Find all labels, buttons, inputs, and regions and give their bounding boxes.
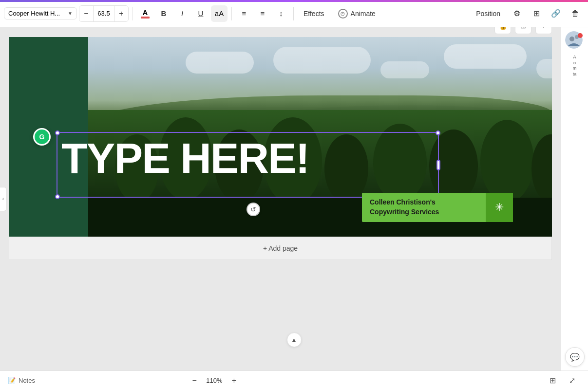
notification-dot (578, 33, 583, 38)
canvas-top-controls: 🔒 ⊞ + (494, 27, 552, 34)
text-element[interactable]: TYPE HERE! (57, 132, 439, 198)
rotate-handle[interactable]: ↺ (247, 203, 260, 216)
sidebar-bottom: 💬 (565, 347, 585, 367)
lock-button[interactable]: 🔒 (494, 27, 511, 34)
case-button[interactable]: aA (211, 5, 228, 22)
add-icon: + (542, 27, 546, 30)
toolbar-grid-button[interactable]: ⊞ (528, 5, 545, 22)
sidebar-text-preview: A o m ta (570, 53, 580, 79)
notes-button[interactable]: 📝 Notes (8, 377, 35, 384)
toolbar-link-button[interactable]: 🔗 (547, 5, 565, 22)
lock-icon: 🔒 (499, 27, 507, 30)
comment-icon: 💬 (570, 353, 580, 362)
headline-text[interactable]: TYPE HERE! (57, 132, 439, 180)
divider-2 (231, 7, 232, 20)
grid-view-button[interactable]: ⊞ (545, 373, 561, 389)
sidebar-logo-area (565, 31, 585, 51)
toolbar-delete-button[interactable]: 🗑 (567, 5, 584, 22)
design-canvas[interactable]: G TYPE HERE! ↺ (9, 37, 552, 237)
toolbar-right: Position ⚙ ⊞ 🔗 🗑 (470, 5, 584, 22)
grid-view-icon: ⊞ (550, 376, 556, 385)
right-sidebar: A o m ta 💬 (561, 27, 588, 371)
main-toolbar: Cooper Hewitt H... ▼ − + A B I U aA ≡ ≡ … (0, 0, 588, 27)
divider-1 (133, 7, 133, 20)
animate-icon: ◷ (338, 9, 348, 19)
bottom-bar: 📝 Notes − 110% + ⊞ ⤢ (0, 371, 588, 390)
cloud-4 (444, 44, 527, 69)
font-selector[interactable]: Cooper Hewitt H... ▼ (4, 7, 77, 19)
cloud-2 (273, 47, 371, 74)
text-color-letter-icon: A (143, 9, 148, 16)
chevron-up-icon: ▲ (291, 336, 297, 343)
spacing-icon: ↕ (279, 9, 283, 18)
bottom-right-controls: ⊞ ⤢ (545, 373, 580, 389)
increase-size-button[interactable]: + (114, 6, 128, 21)
svg-point-8 (480, 120, 534, 203)
align-button[interactable]: ≡ (236, 5, 252, 22)
cloud-5 (536, 59, 552, 78)
underline-button[interactable]: U (192, 5, 209, 22)
left-sidebar-chevron-icon: ‹ (2, 196, 4, 202)
font-name-label: Cooper Hewitt H... (8, 10, 65, 17)
canvas-wrapper: 🔒 ⊞ + (9, 37, 552, 260)
purple-top-bar (0, 0, 588, 2)
list-icon: ≡ (261, 9, 265, 18)
rotate-icon: ↺ (250, 205, 256, 213)
comment-button[interactable]: 💬 (565, 347, 585, 367)
add-element-button[interactable]: + (535, 27, 552, 34)
position-button[interactable]: Position (470, 7, 506, 20)
list-button[interactable]: ≡ (254, 5, 271, 22)
zoom-in-button[interactable]: + (226, 373, 242, 389)
grid-icon: ⊞ (533, 9, 540, 18)
zoom-out-icon: − (192, 376, 197, 385)
frame-button[interactable]: ⊞ (515, 27, 531, 34)
zoom-level-label: 110% (206, 377, 222, 384)
cloud-3 (380, 61, 429, 78)
decrease-size-button[interactable]: − (79, 6, 93, 21)
italic-button[interactable]: I (174, 5, 190, 22)
spacing-button[interactable]: ↕ (273, 5, 289, 22)
business-card-text: Colleen Christison's Copywriting Service… (370, 198, 439, 217)
bottom-center-controls: − 110% + (187, 373, 242, 389)
font-dropdown-chevron: ▼ (68, 11, 73, 16)
divider-3 (293, 7, 294, 20)
toolbar-settings-button[interactable]: ⚙ (508, 5, 526, 22)
text-color-button[interactable]: A (137, 5, 153, 22)
add-page-bar[interactable]: + Add page (9, 237, 552, 260)
frame-icon: ⊞ (520, 27, 526, 30)
link-icon: 🔗 (551, 9, 561, 18)
animate-button[interactable]: ◷ Animate (332, 6, 381, 21)
delete-icon: 🗑 (571, 9, 579, 18)
font-size-input[interactable] (93, 6, 114, 21)
settings-icon: ⚙ (513, 9, 520, 18)
svg-point-12 (569, 37, 574, 41)
notes-icon: 📝 (8, 377, 16, 384)
zoom-in-icon: + (232, 376, 236, 385)
page-scroll-chevron[interactable]: ▲ (287, 333, 302, 347)
canvas-area: 🔒 ⊞ + (0, 27, 561, 371)
business-card-icon: ✳ (486, 193, 513, 222)
fullscreen-button[interactable]: ⤢ (565, 373, 580, 389)
text-color-bar-icon (141, 17, 150, 19)
effects-button[interactable]: Effects (298, 7, 330, 20)
cloud-1 (186, 52, 254, 74)
grammarly-badge[interactable]: G (33, 128, 51, 146)
fullscreen-icon: ⤢ (569, 376, 575, 385)
align-icon: ≡ (242, 9, 247, 18)
left-sidebar-tab[interactable]: ‹ (0, 187, 7, 211)
bold-button[interactable]: B (155, 5, 172, 22)
font-size-control: − + (79, 5, 129, 22)
zoom-out-button[interactable]: − (187, 373, 202, 389)
business-card[interactable]: Colleen Christison's Copywriting Service… (362, 193, 513, 222)
main-area: ‹ 🔒 ⊞ + (0, 27, 588, 371)
